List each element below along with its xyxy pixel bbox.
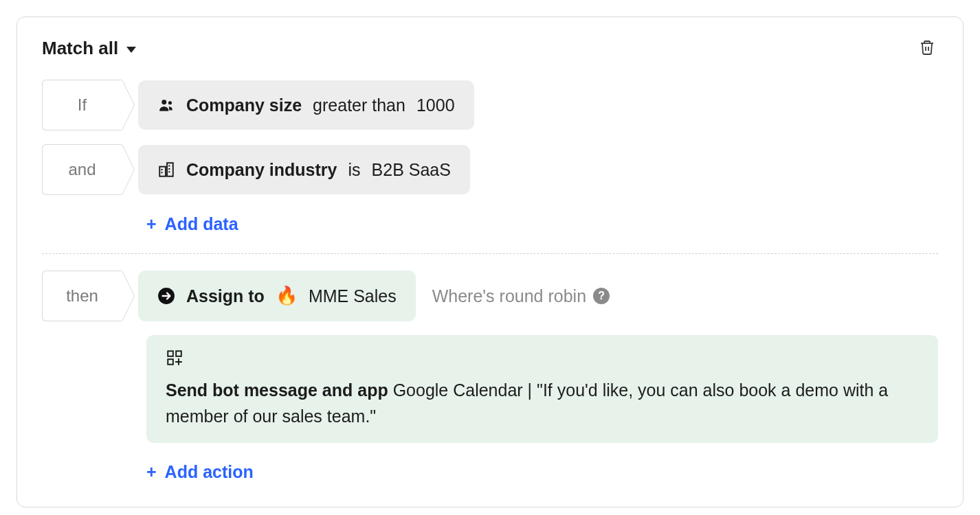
condition-row: and Company industry is B2B SaaS [42, 144, 938, 195]
svg-rect-3 [167, 163, 173, 176]
svg-point-1 [168, 101, 172, 104]
caret-down-icon [126, 47, 136, 53]
svg-point-0 [162, 100, 166, 104]
add-data-button[interactable]: + Add data [146, 209, 238, 240]
condition-row: If Company size greater than 1000 [42, 80, 938, 130]
apps-grid-icon [166, 349, 183, 367]
condition-operator: is [348, 159, 360, 181]
condition-attribute: Company size [186, 94, 302, 117]
assign-arrow-icon [157, 287, 175, 305]
people-icon [157, 96, 175, 114]
plus-icon: + [146, 462, 157, 482]
condition-value: B2B SaaS [372, 159, 451, 181]
assign-team: MME Sales [309, 285, 397, 308]
add-action-label: Add action [165, 462, 254, 482]
action-row-bot: Send bot message and app Google Calendar… [146, 335, 938, 443]
card-header: Match all [42, 36, 938, 60]
action-pill-assign[interactable]: Assign to 🔥 MME Sales [138, 271, 416, 321]
bot-message-text: Send bot message and app Google Calendar… [166, 378, 919, 429]
add-data-row: + Add data [146, 209, 938, 240]
fire-icon: 🔥 [276, 284, 298, 308]
action-pill-bot-message[interactable]: Send bot message and app Google Calendar… [146, 335, 938, 443]
add-action-row: + Add action [146, 457, 938, 488]
action-row-assign: then Assign to 🔥 MME Sales Where's round… [42, 271, 938, 321]
assign-label: Assign to [186, 285, 265, 308]
svg-rect-5 [168, 351, 173, 356]
help-icon: ? [593, 288, 610, 304]
match-mode-label: Match all [42, 38, 118, 59]
condition-tag-if: If [42, 80, 122, 130]
add-action-button[interactable]: + Add action [146, 457, 254, 488]
action-tag-then: then [42, 271, 122, 321]
divider [42, 253, 938, 254]
condition-pill-company-size[interactable]: Company size greater than 1000 [138, 80, 474, 130]
plus-icon: + [146, 214, 157, 234]
rule-card: Match all If [16, 16, 964, 507]
trash-icon [919, 39, 935, 58]
delete-rule-button[interactable] [916, 36, 938, 60]
svg-rect-7 [168, 359, 173, 365]
condition-attribute: Company industry [186, 159, 337, 181]
svg-rect-2 [159, 167, 166, 176]
condition-operator: greater than [313, 94, 405, 117]
buildings-icon [157, 161, 175, 179]
svg-rect-6 [176, 351, 181, 356]
condition-pill-company-industry[interactable]: Company industry is B2B SaaS [138, 145, 470, 195]
add-data-label: Add data [165, 214, 238, 234]
match-mode-dropdown[interactable]: Match all [42, 38, 136, 59]
condition-value: 1000 [416, 94, 455, 117]
condition-tag-and: and [42, 144, 122, 195]
round-robin-hint[interactable]: Where's round robin ? [432, 286, 610, 306]
hint-text-label: Where's round robin [432, 286, 586, 306]
